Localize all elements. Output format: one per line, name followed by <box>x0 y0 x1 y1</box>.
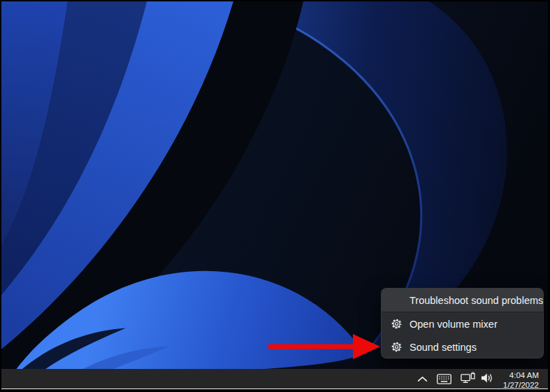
gear-icon <box>390 341 403 354</box>
clock-date: 1/27/2022 <box>503 381 539 390</box>
ethernet-network-icon <box>461 372 476 386</box>
menu-item-label: Sound settings <box>410 342 477 353</box>
chevron-up-icon[interactable] <box>417 376 428 382</box>
desktop: Troubleshoot sound problems Open volume … <box>1 1 548 389</box>
sound-tray-context-menu: Troubleshoot sound problems Open volume … <box>381 288 544 358</box>
menu-item-label: Open volume mixer <box>410 319 498 330</box>
gear-icon <box>390 318 403 331</box>
clock-time: 4:04 AM <box>509 371 539 380</box>
menu-item-label: Troubleshoot sound problems <box>410 295 543 306</box>
network-volume-group[interactable] <box>461 372 494 386</box>
taskbar-clock[interactable]: 4:04 AM 1/27/2022 <box>503 369 539 389</box>
system-tray: 4:04 AM 1/27/2022 <box>417 369 539 389</box>
menu-item-open-volume-mixer[interactable]: Open volume mixer <box>382 312 543 335</box>
touch-keyboard-icon[interactable] <box>437 374 451 384</box>
menu-item-troubleshoot-sound-problems[interactable]: Troubleshoot sound problems <box>382 289 543 312</box>
speaker-volume-icon <box>481 372 494 386</box>
menu-item-sound-settings[interactable]: Sound settings <box>382 335 543 358</box>
screenshot-frame: Troubleshoot sound problems Open volume … <box>0 0 550 392</box>
taskbar: 4:04 AM 1/27/2022 <box>1 369 548 389</box>
